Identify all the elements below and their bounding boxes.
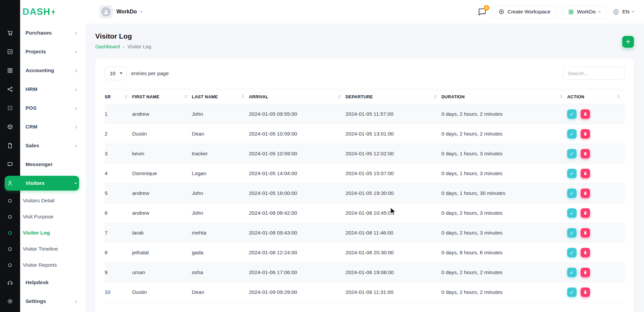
circle-icon [8, 215, 12, 219]
cell-action [567, 164, 625, 184]
row-actions [567, 228, 625, 238]
edit-button[interactable] [567, 149, 577, 158]
sidebar-subitem-visitor-reports[interactable]: Visitor Reports [0, 257, 86, 273]
edit-button[interactable] [567, 208, 577, 218]
cell-last-name: John [192, 203, 249, 223]
sidebar-item-crm[interactable]: CRM › [0, 117, 86, 136]
breadcrumb-dashboard-link[interactable]: Dashboard [95, 44, 120, 49]
cell-last-name: John [192, 184, 249, 203]
table-row: 8jethalalgada2024-01-08 12:24:002024-01-… [105, 243, 625, 263]
cell-departure: 2024-01-05 15:07:00 [345, 164, 441, 184]
cell-action [567, 282, 625, 302]
chat-bubble-icon [0, 161, 20, 167]
delete-button[interactable] [581, 228, 590, 238]
cell-sr: 1 [105, 104, 132, 124]
edit-button[interactable] [567, 288, 577, 297]
cell-first-name: Dominique [132, 164, 192, 184]
table-row: 10DustinDean2024-01-09 09:29:002024-01-0… [105, 282, 625, 302]
workspace-switcher[interactable]: WorkDo › [99, 5, 142, 18]
workspace-menu-button[interactable]: WorkDo › [562, 5, 606, 19]
col-header-arrival[interactable]: ARRIVAL [249, 89, 345, 104]
cell-departure: 2024-01-05 13:01:00 [345, 124, 441, 144]
edit-button[interactable] [567, 169, 577, 178]
sidebar-subitem-visitor-log[interactable]: Visitor Log [0, 225, 86, 241]
edit-button[interactable] [567, 248, 577, 257]
chevron-down-icon: › [73, 182, 79, 184]
cell-duration: 0 days, 2 hours, 3 minutes [441, 203, 567, 223]
sidebar-item-projects[interactable]: Projects › [0, 42, 86, 61]
sidebar-item-pos[interactable]: POS › [0, 99, 86, 117]
delete-button[interactable] [581, 169, 590, 178]
entries-per-page-value: 10 [110, 70, 115, 76]
sidebar-item-hrm[interactable]: HRM › [0, 80, 86, 99]
col-header-sr[interactable]: SR [105, 89, 132, 104]
delete-button[interactable] [581, 248, 590, 257]
cell-action [567, 243, 625, 263]
chevron-down-icon: › [597, 11, 602, 12]
create-workspace-button[interactable]: Create Workspace [493, 5, 556, 19]
cell-action [567, 104, 625, 124]
chevron-right-icon: › [75, 67, 77, 73]
delete-button[interactable] [581, 109, 590, 119]
sidebar-item-visitors[interactable]: Visitors › [0, 174, 86, 193]
cell-arrival: 2024-01-05 09:55:00 [249, 104, 345, 124]
sidebar-subitem-visitor-timeline[interactable]: Visitor Timeline [0, 241, 86, 257]
row-actions [567, 208, 625, 218]
sort-icon [241, 95, 244, 99]
col-header-departure[interactable]: DEPARTURE [345, 89, 441, 104]
visitor-log-table: SR FIRST NAME LAST NAME ARRIVAL DEPARTUR… [105, 89, 625, 302]
table-row: 4DominiqueLogan2024-01-05 14:04:002024-0… [105, 164, 625, 184]
edit-button[interactable] [567, 109, 577, 119]
cell-first-name: andrew [132, 184, 192, 203]
sidebar-item-accounting[interactable]: Accounting › [0, 61, 86, 80]
cell-arrival: 2024-01-05 10:59:00 [249, 124, 345, 144]
delete-button[interactable] [581, 149, 590, 158]
delete-button[interactable] [581, 288, 590, 297]
col-header-action[interactable]: ACTION [567, 89, 625, 104]
sidebar-item-label: Purchases [25, 30, 52, 36]
edit-button[interactable] [567, 189, 577, 198]
sidebar-item-settings[interactable]: Settings › [0, 292, 86, 311]
cell-duration: 0 days, 2 hours, 2 minutes [441, 263, 567, 282]
sidebar-item-sales[interactable]: Sales › [0, 136, 86, 155]
sidebar-item-purchases[interactable]: Purchases › [0, 23, 86, 42]
col-header-first-name[interactable]: FIRST NAME [132, 89, 192, 104]
cell-first-name: andrew [132, 104, 192, 124]
brand-logo: DASH [0, 0, 86, 23]
edit-button[interactable] [567, 129, 577, 139]
breadcrumb: Dashboard › Visitor Log [95, 44, 634, 49]
delete-button[interactable] [581, 208, 590, 218]
delete-button[interactable] [581, 189, 590, 198]
sidebar-subitem-visit-purpose[interactable]: Visit Purpose [0, 209, 86, 225]
col-header-duration[interactable]: DURATION [441, 89, 567, 104]
cell-action [567, 144, 625, 164]
search-input[interactable] [563, 67, 625, 80]
cell-sr: 6 [105, 203, 132, 223]
cell-last-name: tracker [192, 144, 249, 164]
cell-action [567, 263, 625, 282]
sidebar-item-messenger[interactable]: Messenger [0, 155, 86, 174]
delete-button[interactable] [581, 268, 590, 277]
col-header-last-name[interactable]: LAST NAME [192, 89, 249, 104]
table-row: 3kevintracker2024-01-05 10:59:002024-01-… [105, 144, 625, 164]
sidebar-subitem-visitors-detail[interactable]: Visitors Detail [0, 193, 86, 209]
edit-button[interactable] [567, 268, 577, 277]
sidebar-item-helpdesk[interactable]: Helpdesk [0, 273, 86, 292]
entries-per-page-select[interactable]: 10 [105, 66, 127, 80]
cell-last-name: Logan [192, 164, 249, 184]
plus-circle-icon [498, 9, 504, 15]
add-visitor-log-button[interactable]: + [622, 36, 634, 48]
table-row: 6andrewJohn2024-01-08 08:42:002024-01-08… [105, 203, 625, 223]
cell-sr: 8 [105, 243, 132, 263]
edit-button[interactable] [567, 228, 577, 238]
cell-sr: 10 [105, 282, 132, 302]
col-label: FIRST NAME [132, 94, 159, 99]
table-row: 1andrewJohn2024-01-05 09:55:002024-01-05… [105, 104, 625, 124]
delete-button[interactable] [581, 129, 590, 139]
messages-button[interactable]: 0 [478, 8, 486, 16]
language-selector[interactable]: EN › [612, 8, 634, 15]
main-content: Visitor Log Dashboard › Visitor Log + 10… [86, 23, 644, 312]
workspace-name: WorkDo [116, 9, 137, 15]
chevron-right-icon: › [75, 86, 77, 92]
cell-arrival: 2024-01-08 08:42:00 [249, 203, 345, 223]
